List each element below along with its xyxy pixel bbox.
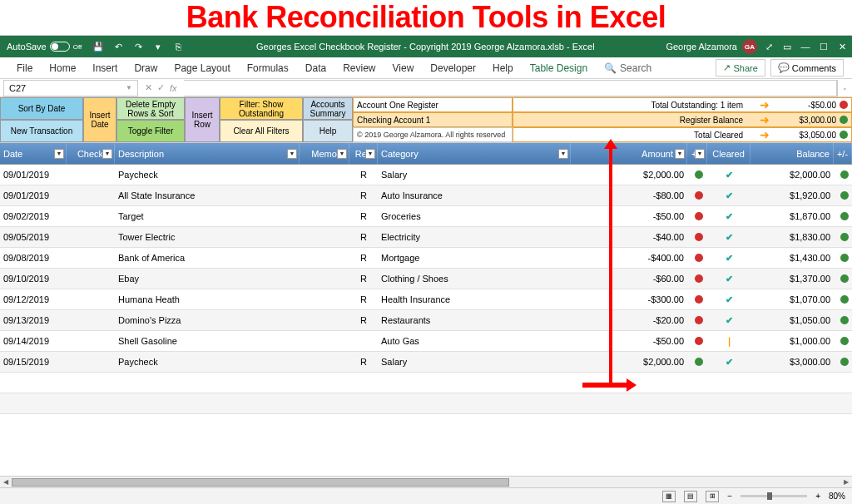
toggle-filter-button[interactable]: Toggle Filter [116,120,185,142]
header-memo[interactable]: Memo▼ [300,143,349,164]
cell-date[interactable]: 09/12/2019 [0,289,67,309]
cell-balance[interactable]: $1,000.00 [750,331,834,351]
table-row-empty[interactable] [0,393,852,414]
cell-balance[interactable]: $1,070.00 [750,289,834,309]
scroll-thumb[interactable] [12,478,509,487]
tab-review[interactable]: Review [334,59,384,77]
cell-category[interactable]: Health Insurance [378,289,571,309]
cell-description[interactable]: Tower Electric [115,227,300,247]
header-category[interactable]: Category▼ [378,143,571,164]
horizontal-scrollbar[interactable]: ◀ ▶ [0,476,852,487]
table-row-empty[interactable] [0,414,852,431]
cell-amount[interactable]: -$40.00 [571,227,687,247]
autosave-toggle[interactable]: AutoSave Off [3,40,85,53]
tab-data[interactable]: Data [297,59,334,77]
cell-balance[interactable]: $2,000.00 [750,165,834,185]
cell-date[interactable]: 09/08/2019 [0,248,67,268]
cell-check[interactable] [67,310,115,330]
view-pagebreak-icon[interactable]: ⊞ [706,491,719,502]
header-pm[interactable]: +/-▼ [687,143,707,164]
header-balance[interactable]: Balance [750,143,834,164]
cell-description[interactable]: Humana Heath [115,289,300,309]
cell-memo[interactable] [300,352,349,372]
cell-amount[interactable]: -$60.00 [571,269,687,289]
cell-memo[interactable] [300,310,349,330]
formula-input[interactable] [184,80,837,96]
tab-file[interactable]: File [8,59,41,77]
cell-category[interactable]: Electricity [378,227,571,247]
ribbon-mode-icon[interactable]: ⤢ [762,40,775,53]
cell-check[interactable] [67,248,115,268]
header-cleared[interactable]: Cleared [707,143,750,164]
cell-check[interactable] [67,185,115,205]
tab-help[interactable]: Help [484,59,522,77]
table-row[interactable]: 09/14/2019Shell GasolineAuto Gas-$50.00❘… [0,331,852,352]
cell-cleared[interactable]: ✔ [707,269,750,289]
cell-cleared[interactable]: ✔ [707,248,750,268]
cell-check[interactable] [67,352,115,372]
filter-outstanding-button[interactable]: Filter: Show Outstanding [220,97,303,120]
user-avatar[interactable]: GA [742,39,757,54]
cell-rec[interactable] [349,331,378,351]
cell-cleared[interactable]: ✔ [707,289,750,309]
comments-button[interactable]: 💬Comments [770,59,844,77]
cell-description[interactable]: All State Insurance [115,185,300,205]
cell-cleared[interactable]: ✔ [707,227,750,247]
tab-insert[interactable]: Insert [84,59,126,77]
view-normal-icon[interactable]: ▦ [662,491,676,502]
cell-memo[interactable] [300,248,349,268]
cell-rec[interactable]: R [349,185,378,205]
cell-balance[interactable]: $1,050.00 [750,310,834,330]
cell-cleared[interactable]: ✔ [707,310,750,330]
zoom-out-icon[interactable]: − [727,492,732,501]
cell-amount[interactable]: -$400.00 [571,248,687,268]
table-row[interactable]: 09/02/2019TargetRGroceries-$50.00✔$1,870… [0,206,852,227]
formula-expand-icon[interactable]: ⌄ [837,80,852,96]
cell-cleared[interactable]: ✔ [707,165,750,185]
qat-icon[interactable]: ▾ [151,40,165,53]
header-rec[interactable]: Rec▼ [349,143,378,164]
cell-balance[interactable]: $1,830.00 [750,227,834,247]
cell-date[interactable]: 09/13/2019 [0,310,67,330]
cell-cleared[interactable]: ❘ [707,331,750,351]
cell-amount[interactable]: $2,000.00 [571,165,687,185]
cell-category[interactable]: Mortgage [378,248,571,268]
cell-rec[interactable]: R [349,248,378,268]
cell-date[interactable]: 09/15/2019 [0,352,67,372]
search-box[interactable]: 🔍 Search [604,62,651,74]
scroll-left-icon[interactable]: ◀ [0,477,12,488]
tab-formulas[interactable]: Formulas [239,59,297,77]
help-button[interactable]: Help [303,120,353,142]
header-pm2[interactable]: +/- [834,143,852,164]
cell-memo[interactable] [300,227,349,247]
cell-amount[interactable]: -$50.00 [571,331,687,351]
table-row[interactable]: 09/01/2019All State InsuranceRAuto Insur… [0,185,852,206]
new-transaction-button[interactable]: New Transaction [0,120,83,142]
cell-date[interactable]: 09/10/2019 [0,269,67,289]
name-box[interactable]: C27▼ [3,80,138,96]
delete-empty-button[interactable]: Delete Empty Rows & Sort [116,97,185,120]
cell-balance[interactable]: $1,870.00 [750,206,834,226]
table-row[interactable]: 09/01/2019PaycheckRSalary$2,000.00✔$2,00… [0,165,852,185]
tab-developer[interactable]: Developer [422,59,484,77]
cell-description[interactable]: Target [115,206,300,226]
insert-row-button[interactable]: Insert Row [185,97,220,142]
cell-cleared[interactable]: ✔ [707,352,750,372]
cell-amount[interactable]: $2,000.00 [571,352,687,372]
enter-icon[interactable]: ✓ [157,82,165,93]
cell-date[interactable]: 09/05/2019 [0,227,67,247]
tab-draw[interactable]: Draw [126,59,166,77]
cell-rec[interactable]: R [349,227,378,247]
cell-rec[interactable]: R [349,165,378,185]
cell-balance[interactable]: $3,000.00 [750,352,834,372]
table-row[interactable]: 09/05/2019Tower ElectricRElectricity-$40… [0,227,852,248]
header-description[interactable]: Description▼ [115,143,300,164]
cell-amount[interactable]: -$300.00 [571,289,687,309]
cell-amount[interactable]: -$50.00 [571,206,687,226]
cell-category[interactable]: Groceries [378,206,571,226]
header-amount[interactable]: Amount▼ [571,143,687,164]
sort-by-date-button[interactable]: Sort By Date [0,97,83,120]
cell-category[interactable]: Salary [378,352,571,372]
table-row[interactable]: 09/13/2019Domino's PizzaRRestaurants-$20… [0,310,852,331]
table-row[interactable]: 09/15/2019PaycheckRSalary$2,000.00✔$3,00… [0,352,852,373]
